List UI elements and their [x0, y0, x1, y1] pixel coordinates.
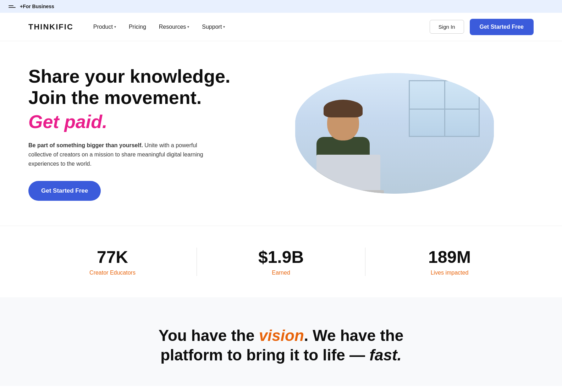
menu-icon — [9, 4, 16, 9]
stat-number-0: 77K — [35, 247, 189, 267]
hero-cta-button[interactable]: Get Started Free — [28, 181, 101, 201]
laptop-figure — [313, 190, 384, 194]
top-banner: +For Business — [0, 0, 562, 13]
top-banner-text[interactable]: +For Business — [20, 4, 54, 9]
vision-section: You have the vision. We have the platfor… — [0, 297, 562, 386]
window-decor — [409, 80, 480, 137]
nav-label-support: Support — [202, 24, 222, 30]
stat-item-1: $1.9B Earned — [197, 240, 365, 283]
nav-label-product: Product — [93, 24, 113, 30]
nav-item-support[interactable]: Support ▾ — [196, 21, 231, 33]
nav-links: Product ▾ Pricing Resources ▾ Support ▾ — [88, 21, 430, 33]
hero-desc-bold: Be part of something bigger than yoursel… — [28, 142, 143, 148]
logo[interactable]: THINKIFIC — [28, 22, 73, 32]
chevron-down-icon: ▾ — [114, 25, 116, 29]
stat-label-2: Lives impacted — [431, 270, 469, 276]
stat-item-2: 189M Lives impacted — [365, 240, 534, 283]
stat-number-2: 189M — [373, 247, 527, 267]
navbar: THINKIFIC Product ▾ Pricing Resources ▾ … — [0, 13, 562, 41]
chevron-down-icon: ▾ — [223, 25, 225, 29]
stat-item-0: 77K Creator Educators — [28, 240, 197, 283]
person-head — [327, 105, 359, 140]
stat-number-1: $1.9B — [204, 247, 358, 267]
sign-in-button[interactable]: Sign In — [430, 20, 464, 34]
nav-label-resources: Resources — [159, 24, 186, 30]
stats-section: 77K Creator Educators $1.9B Earned 189M … — [0, 226, 562, 297]
hero-image — [295, 73, 494, 194]
hero-line3: Get paid. — [28, 111, 234, 132]
person-figure — [306, 101, 398, 194]
vision-text1: You have the — [159, 327, 259, 344]
stat-label-1: Earned — [272, 270, 290, 276]
nav-item-resources[interactable]: Resources ▾ — [153, 21, 195, 33]
stat-label-0: Creator Educators — [89, 270, 136, 276]
nav-item-product[interactable]: Product ▾ — [88, 21, 122, 33]
vision-italic: fast. — [369, 346, 401, 364]
nav-label-pricing: Pricing — [129, 24, 146, 30]
chevron-down-icon: ▾ — [187, 25, 189, 29]
hero-content: Share your knowledge. Join the movement.… — [28, 66, 234, 201]
hero-line1: Share your knowledge. — [28, 66, 230, 87]
nav-item-pricing[interactable]: Pricing — [123, 21, 152, 33]
nav-get-started-button[interactable]: Get Started Free — [470, 19, 534, 35]
hero-line2: Join the movement. — [28, 87, 202, 108]
hero-title: Share your knowledge. Join the movement. — [28, 66, 234, 109]
vision-accent: vision — [259, 327, 304, 344]
hero-image-container — [255, 73, 534, 194]
hero-description: Be part of something bigger than yoursel… — [28, 141, 206, 168]
hero-section: Share your knowledge. Join the movement.… — [0, 41, 562, 226]
nav-actions: Sign In Get Started Free — [430, 19, 534, 35]
vision-text: You have the vision. We have the platfor… — [146, 326, 416, 365]
